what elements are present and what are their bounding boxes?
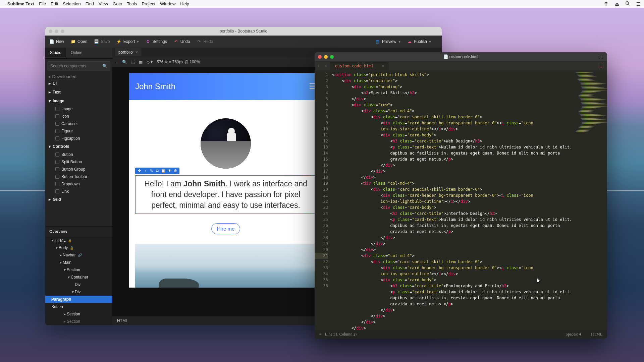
menubar-item-tools[interactable]: Tools <box>127 1 137 6</box>
selection-icon[interactable]: ⬚ <box>131 60 135 64</box>
st-window-title: custom-code.html <box>449 54 478 59</box>
paste-icon[interactable]: 📋 <box>161 169 166 173</box>
layers-icon[interactable]: ◇ ▾ <box>147 60 153 64</box>
minimap[interactable] <box>574 70 607 330</box>
component-item[interactable]: Dropdown <box>45 180 112 188</box>
open-button[interactable]: 📁Open <box>71 39 87 44</box>
menubar-app-name[interactable]: Sublime Text <box>7 1 34 6</box>
export-button[interactable]: ⚡Export▾ <box>117 39 139 44</box>
overview-node-body[interactable]: ▾Body 🔒 <box>45 244 112 251</box>
menubar-item-file[interactable]: File <box>39 1 46 6</box>
component-group[interactable]: ▸ Downloaded <box>49 73 112 79</box>
copy-icon[interactable]: ⧉ <box>155 169 160 173</box>
menubar-item-window[interactable]: Window <box>160 1 175 6</box>
code-view[interactable]: <section class="portfolio-block skills">… <box>331 70 574 330</box>
component-item[interactable]: Link <box>45 188 112 195</box>
component-group-text[interactable]: ▸ Text <box>45 88 112 97</box>
menubar-item-view[interactable]: View <box>99 1 108 6</box>
status-line-col[interactable]: Line 31, Column 27 <box>325 332 358 337</box>
delete-icon[interactable]: 🗑 <box>173 169 178 173</box>
component-item[interactable]: Split Button <box>45 158 112 166</box>
chevron-down-icon: ▾ <box>429 39 431 44</box>
viewport-size[interactable]: 576px × 760px @ 100% <box>157 60 200 64</box>
up-icon[interactable]: ↑ <box>143 169 148 173</box>
menubar-item-find[interactable]: Find <box>86 1 94 6</box>
st-titlebar[interactable]: 📄 custom-code.html ≡ <box>315 52 607 61</box>
publish-button[interactable]: ☁Publish▾ <box>407 39 431 44</box>
overview-node-html[interactable]: ▾HTML 🔒 <box>45 237 112 244</box>
overview-node-section[interactable]: ▸Section <box>45 318 112 325</box>
component-item[interactable]: Icon <box>45 113 112 120</box>
redo-icon: ↷ <box>197 39 201 44</box>
redo-button[interactable]: ↷Redo <box>197 39 213 44</box>
component-item[interactable]: Button Toolbar <box>45 173 112 180</box>
stage-tab-label: portfolio <box>118 50 133 55</box>
tab-options-icon[interactable]: ⋮ <box>598 63 607 69</box>
status-spaces[interactable]: Spaces: 4 <box>566 332 581 337</box>
code-editor[interactable]: 1234567891011121314151617181920212223242… <box>315 70 607 330</box>
stage-tab[interactable]: portfolio × <box>115 48 141 56</box>
component-item[interactable]: Button <box>45 151 112 158</box>
component-group-ui[interactable]: ▸ UI <box>45 79 112 88</box>
selected-paragraph[interactable]: ✥ ↑ ✎ ⧉ 📋 👁 🗑 Hello! I am John Smith. I … <box>135 175 316 214</box>
move-icon[interactable]: ✥ <box>137 169 142 173</box>
preview-button[interactable]: ▤Preview▾ <box>375 39 400 44</box>
zoom-out-icon[interactable]: − <box>116 60 118 64</box>
eject-icon[interactable]: ⏏ <box>615 1 619 7</box>
tab-nav-fwd-icon[interactable]: ▸ <box>322 63 330 68</box>
undo-button[interactable]: ↶Undo <box>174 39 190 44</box>
zoom-in-icon[interactable]: 🔍 <box>122 60 127 64</box>
bs-window-title: portfolio - Bootstrap Studio <box>45 29 442 34</box>
chevron-down-icon: ▾ <box>398 39 400 44</box>
tab-nav-back-icon[interactable]: ◂ <box>315 63 322 68</box>
component-item[interactable]: Image <box>45 105 112 113</box>
editor-tab[interactable]: custom-code.html × <box>330 62 389 70</box>
menubar-item-edit[interactable]: Edit <box>51 1 58 6</box>
hire-me-button[interactable]: Hire me <box>211 223 240 234</box>
component-item[interactable]: Figcaption <box>45 135 112 142</box>
overview-node-paragraph[interactable]: Paragraph <box>45 296 112 303</box>
new-button[interactable]: 📄New <box>49 39 64 44</box>
menubar-item-selection[interactable]: Selection <box>63 1 80 6</box>
component-item[interactable]: Button Group <box>45 166 112 173</box>
settings-button[interactable]: ⚙Settings <box>146 39 167 44</box>
search-icon: 🔍 <box>102 64 107 68</box>
overview-node-navbar[interactable]: ▸Navbar 🔗 <box>45 251 112 259</box>
component-item[interactable]: Figure <box>45 127 112 135</box>
control-center-icon[interactable]: ☰ <box>636 1 641 7</box>
bs-titlebar[interactable]: portfolio - Bootstrap Studio <box>45 27 442 36</box>
bs-left-panel: Studio Online Search components 🔍 ▸ Down… <box>45 48 112 325</box>
component-group-controls[interactable]: ▾ Controls <box>45 142 112 151</box>
menubar-item-help[interactable]: Help <box>180 1 189 6</box>
hamburger-icon[interactable]: ≡ <box>319 332 322 337</box>
edit-icon[interactable]: ✎ <box>149 169 154 173</box>
overview-node-section[interactable]: ▸Section <box>45 310 112 318</box>
close-tab-icon[interactable]: × <box>136 50 138 55</box>
component-item[interactable]: Carousel <box>45 120 112 127</box>
save-button[interactable]: 💾Save <box>94 39 110 44</box>
overview-node-div[interactable]: Div <box>45 281 112 288</box>
tab-studio[interactable]: Studio <box>45 48 66 58</box>
overview-title: Overview <box>45 227 112 237</box>
grid-icon[interactable]: ▦ <box>139 60 143 64</box>
component-group-grid[interactable]: ▸ Grid <box>45 195 112 204</box>
overview-node-main[interactable]: ▾Main <box>45 259 112 266</box>
wifi-icon[interactable] <box>603 1 609 7</box>
svg-point-0 <box>626 1 629 4</box>
overview-node-container[interactable]: ▾Container <box>45 274 112 281</box>
overview-panel: Overview ▾HTML 🔒▾Body 🔒▸Navbar 🔗▾Main▾Se… <box>45 226 112 325</box>
overview-node-button[interactable]: Button <box>45 303 112 310</box>
menubar-item-goto[interactable]: Goto <box>113 1 122 6</box>
menubar-item-project[interactable]: Project <box>142 1 155 6</box>
close-tab-icon[interactable]: × <box>382 64 384 68</box>
overview-node-div[interactable]: ▾Div <box>45 288 112 296</box>
overview-node-section[interactable]: ▾Section <box>45 266 112 274</box>
hide-icon[interactable]: 👁 <box>167 169 172 173</box>
spotlight-search-icon[interactable] <box>625 1 630 7</box>
search-components-input[interactable]: Search components 🔍 <box>47 61 110 71</box>
tab-online[interactable]: Online <box>66 48 87 58</box>
bottom-tab-html[interactable]: HTML <box>117 318 128 323</box>
component-group-image[interactable]: ▾ Image <box>45 97 112 105</box>
preview-stage[interactable]: John Smith ☰ ✥ ↑ ✎ ⧉ 📋 👁 🗑 <box>129 73 322 288</box>
status-language[interactable]: HTML <box>591 332 602 337</box>
